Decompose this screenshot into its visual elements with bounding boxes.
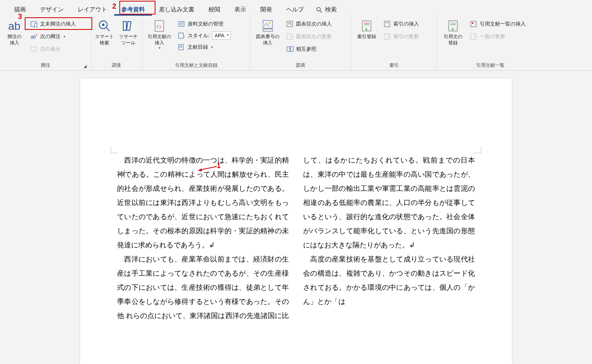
svg-rect-31 bbox=[287, 34, 292, 39]
document-area[interactable]: 西洋の近代文明の特徴の一つは、科学的・実証的精神である。この精神によって人間は解… bbox=[0, 71, 592, 364]
svg-point-26 bbox=[269, 22, 270, 24]
svg-text:(-): (-) bbox=[157, 24, 161, 29]
crossref-icon bbox=[287, 46, 294, 53]
update-tof-button[interactable]: ! 図表目次の更新 bbox=[284, 31, 334, 42]
tof-icon bbox=[287, 20, 294, 27]
smart-lookup-button[interactable]: スマート 検索 bbox=[93, 17, 116, 48]
body-text[interactable]: である。この精神によって人間は解放せられ、民主的社会が形成せられ、産業技術が発展… bbox=[117, 170, 289, 249]
svg-rect-49 bbox=[471, 34, 476, 39]
insert-index-button[interactable]: 索引の挿入 bbox=[382, 18, 421, 30]
svg-text:ab: ab bbox=[31, 34, 36, 40]
manage-sources-button[interactable]: 資料文献の管理 bbox=[176, 18, 233, 30]
tab-view[interactable]: 表示 bbox=[227, 3, 253, 16]
insert-tof-button[interactable]: 図表目次の挿入 bbox=[284, 18, 334, 30]
bibliography-icon bbox=[178, 44, 185, 51]
mark-index-icon: + bbox=[360, 19, 374, 33]
svg-text:ab: ab bbox=[8, 20, 20, 32]
next-footnote-icon: ab1 bbox=[31, 33, 38, 40]
svg-rect-39 bbox=[384, 21, 390, 27]
svg-rect-15 bbox=[126, 22, 131, 31]
bibliography-button[interactable]: 文献目録 ▾ bbox=[176, 41, 233, 53]
tab-developer[interactable]: 開発 bbox=[253, 3, 279, 16]
citation-icon: (-) bbox=[152, 19, 166, 33]
books-icon bbox=[121, 19, 135, 33]
manage-sources-icon bbox=[178, 20, 185, 27]
body-text[interactable]: れらの点において、東洋諸国は西洋の先進諸国に比して、はるかにたちおくれている。戦… bbox=[126, 156, 475, 320]
update-icon: ! bbox=[384, 33, 391, 40]
svg-point-0 bbox=[317, 7, 320, 11]
insert-endnote-button[interactable]: 文末脚注の挿入 bbox=[28, 18, 78, 30]
search-box[interactable]: 検索 bbox=[311, 4, 342, 16]
group-caption: 図表番号の 挿入 図表目次の挿入 ! 図表目次の更新 相互参照 図表 bbox=[250, 16, 351, 70]
tab-design[interactable]: デザイン bbox=[33, 3, 71, 16]
update-icon: ! bbox=[287, 33, 294, 40]
update-icon: ! bbox=[470, 33, 477, 40]
tab-references[interactable]: 参考資料 bbox=[114, 3, 152, 16]
page[interactable]: 西洋の近代文明の特徴の一つは、科学的・実証的精神である。この精神によって人間は解… bbox=[80, 79, 512, 364]
tab-review[interactable]: 校閲 bbox=[201, 3, 227, 16]
svg-rect-21 bbox=[179, 33, 183, 38]
svg-rect-18 bbox=[179, 22, 184, 26]
svg-text:!: ! bbox=[290, 35, 291, 39]
endnote-icon bbox=[31, 20, 38, 27]
group-research: スマート 検索 リサーチ ツール 調査 bbox=[91, 16, 142, 70]
svg-text:!: ! bbox=[474, 35, 475, 39]
svg-line-1 bbox=[320, 11, 322, 13]
insert-caption-button[interactable]: 図表番号の 挿入 bbox=[253, 17, 283, 48]
group-citation: (-) 引用文献の 挿入 ▾ 資料文献の管理 スタイル: APA 文献目録 bbox=[142, 16, 250, 70]
svg-text:1: 1 bbox=[36, 33, 37, 36]
tab-draw[interactable]: 描画 bbox=[7, 3, 33, 16]
footnote-icon: ab1 bbox=[7, 19, 22, 33]
ribbon-tabbar: 描画 デザイン レイアウト 参考資料 差し込み文書 校閲 表示 開発 ヘルプ 検… bbox=[0, 0, 592, 16]
dialog-launcher-icon[interactable]: ◢ bbox=[83, 64, 88, 69]
chevron-down-icon: ▾ bbox=[64, 35, 66, 38]
svg-line-13 bbox=[106, 28, 110, 31]
tab-help[interactable]: ヘルプ bbox=[279, 3, 311, 16]
chevron-down-icon: ▾ bbox=[159, 46, 161, 50]
smart-lookup-icon bbox=[97, 19, 111, 33]
style-label: スタイル: bbox=[188, 32, 210, 39]
svg-text:+: + bbox=[365, 26, 368, 32]
search-icon bbox=[316, 6, 323, 13]
update-index-button[interactable]: ! 索引の更新 bbox=[382, 31, 421, 42]
group-label-footnote: 脚注◢ bbox=[2, 61, 88, 70]
group-footnote: ab1 脚注の 挿入 文末脚注の挿入 ab1 次の脚注 ▾ 注の表示 bbox=[0, 16, 91, 70]
svg-rect-25 bbox=[263, 20, 272, 28]
crossref-button[interactable]: 相互参照 bbox=[284, 43, 334, 55]
svg-rect-27 bbox=[263, 29, 272, 31]
style-select[interactable]: APA bbox=[212, 31, 230, 40]
caption-icon bbox=[261, 19, 275, 33]
mark-citation-icon: + bbox=[446, 19, 460, 33]
chevron-down-icon: ▾ bbox=[211, 45, 213, 49]
insert-citation-button[interactable]: (-) 引用文献の 挿入 ▾ bbox=[144, 17, 174, 51]
group-toa: + 引用文の 登録 引用文献一覧の挿入 ! 一覧の更新 引用文献一覧 bbox=[437, 16, 543, 70]
insert-index-icon bbox=[384, 20, 391, 27]
svg-rect-41 bbox=[384, 34, 390, 39]
insert-toa-icon bbox=[470, 20, 477, 27]
svg-rect-7 bbox=[35, 24, 37, 27]
tab-layout[interactable]: レイアウト bbox=[71, 3, 114, 16]
show-notes-button[interactable]: 注の表示 bbox=[28, 43, 78, 55]
next-footnote-button[interactable]: ab1 次の脚注 ▾ bbox=[28, 31, 78, 42]
body-text[interactable]: 高度の産業技術を基盤として成り立っている現代社会の構造は、複雑であり、かつその動… bbox=[303, 255, 475, 305]
group-index: + 索引登録 索引の挿入 ! 索引の更新 索引 bbox=[351, 16, 437, 70]
document-text[interactable]: 西洋の近代文明の特徴の一つは、科学的・実証的精神である。この精神によって人間は解… bbox=[117, 153, 475, 323]
insert-footnote-button[interactable]: ab1 脚注の 挿入 bbox=[2, 17, 27, 48]
body-text[interactable]: 西洋においても、産業革命以前までは、経済財の生産は手工業によってなされたのである… bbox=[117, 255, 289, 320]
insert-toa-button[interactable]: 引用文献一覧の挿入 bbox=[468, 18, 528, 30]
ribbon: ab1 脚注の 挿入 文末脚注の挿入 ab1 次の脚注 ▾ 注の表示 bbox=[0, 16, 592, 71]
research-tool-button[interactable]: リサーチ ツール bbox=[117, 17, 140, 48]
svg-rect-48 bbox=[472, 22, 473, 24]
svg-point-12 bbox=[102, 24, 104, 26]
update-toa-button[interactable]: ! 一覧の更新 bbox=[468, 31, 528, 42]
svg-text:+: + bbox=[451, 26, 454, 32]
svg-text:!: ! bbox=[387, 35, 389, 39]
tab-mailings[interactable]: 差し込み文書 bbox=[152, 3, 201, 16]
show-notes-icon bbox=[31, 46, 38, 53]
mark-citation-button[interactable]: + 引用文の 登録 bbox=[440, 17, 466, 48]
svg-rect-10 bbox=[31, 47, 37, 51]
svg-rect-14 bbox=[123, 22, 126, 30]
style-icon bbox=[178, 32, 185, 39]
text-cursor bbox=[124, 170, 124, 178]
mark-index-entry-button[interactable]: + 索引登録 bbox=[353, 17, 380, 42]
